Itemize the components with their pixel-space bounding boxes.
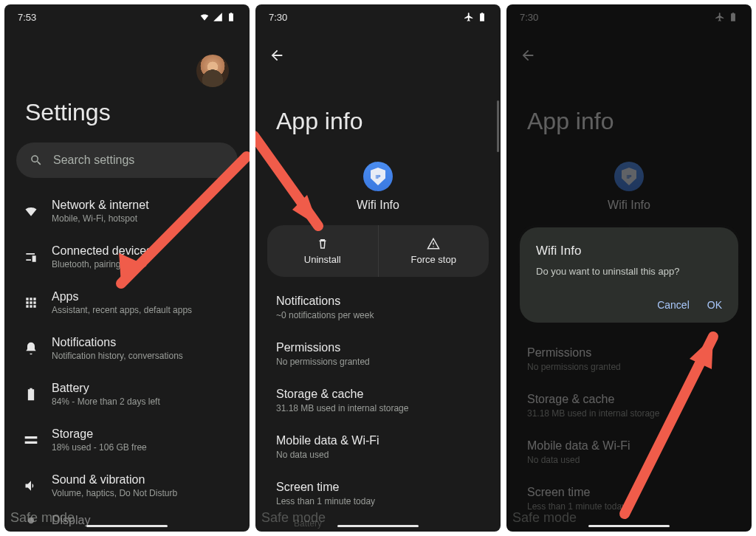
clock: 7:53 — [18, 12, 36, 23]
settings-list: Network & internetMobile, Wi-Fi, hotspot… — [4, 188, 250, 528]
uninstall-dialog: Wifi Info Do you want to uninstall this … — [520, 227, 738, 323]
battery-icon — [226, 12, 236, 22]
phone-app-info: 7:30 App info IP Wifi Info Uninstall For… — [255, 4, 501, 532]
status-bar: 7:30 — [506, 4, 752, 25]
row-notifications[interactable]: Notifications~0 notifications per week — [255, 284, 501, 331]
search-settings[interactable]: Search settings — [16, 142, 238, 178]
airplane-icon — [464, 12, 474, 22]
row-network[interactable]: Network & internetMobile, Wi-Fi, hotspot — [10, 188, 244, 234]
action-buttons: Uninstall Force stop — [267, 225, 489, 277]
row-mobile-data: Mobile data & Wi-FiNo data used — [506, 429, 752, 475]
app-header: IP Wifi Info — [255, 162, 501, 212]
safe-mode-label: Safe mode — [512, 510, 577, 526]
row-mobile-data[interactable]: Mobile data & Wi-FiNo data used — [255, 424, 501, 470]
app-detail-list: PermissionsNo permissions granted Storag… — [506, 329, 752, 522]
apps-icon — [24, 295, 38, 310]
row-battery[interactable]: Battery84% - More than 2 days left — [10, 371, 244, 417]
row-storage[interactable]: Storage18% used - 106 GB free — [10, 417, 244, 463]
row-connected-devices[interactable]: Connected devicesBluetooth, pairing — [10, 234, 244, 280]
storage-icon — [24, 433, 38, 447]
trash-icon — [316, 237, 329, 250]
shield-icon: IP — [622, 168, 636, 185]
status-bar: 7:53 — [4, 4, 250, 25]
arrow-back-icon — [269, 47, 285, 63]
airplane-icon — [715, 12, 725, 22]
safe-mode-label: Safe mode — [10, 510, 75, 526]
row-permissions: PermissionsNo permissions granted — [506, 336, 752, 382]
battery-icon — [728, 12, 738, 22]
status-bar: 7:30 — [255, 4, 501, 25]
dialog-title: Wifi Info — [536, 244, 722, 258]
bell-icon — [24, 341, 38, 356]
back-button — [506, 25, 752, 66]
gesture-bar[interactable] — [588, 525, 670, 527]
app-header: IP Wifi Info — [506, 162, 752, 212]
app-detail-list: Notifications~0 notifications per week P… — [255, 277, 501, 517]
app-name: Wifi Info — [608, 199, 650, 212]
speaker-icon — [24, 478, 38, 493]
profile-avatar[interactable] — [196, 55, 229, 87]
clock: 7:30 — [520, 12, 538, 23]
row-storage[interactable]: Storage & cache31.18 MB used in internal… — [255, 377, 501, 424]
page-title: App info — [506, 108, 752, 135]
app-icon: IP — [363, 162, 393, 191]
gesture-bar[interactable] — [337, 525, 419, 527]
battery-icon — [477, 12, 487, 22]
scrollbar-thumb[interactable] — [497, 100, 499, 152]
dialog-ok-button[interactable]: OK — [707, 299, 722, 311]
gesture-bar[interactable] — [86, 525, 168, 527]
row-permissions[interactable]: PermissionsNo permissions granted — [255, 331, 501, 377]
wifi-icon — [199, 12, 210, 22]
phone-uninstall-dialog: 7:30 App info IP Wifi Info Permi — [506, 4, 752, 532]
wifi-icon — [24, 204, 38, 219]
row-apps[interactable]: AppsAssistant, recent apps, default apps — [10, 280, 244, 326]
row-notifications[interactable]: NotificationsNotification history, conve… — [10, 326, 244, 371]
dialog-message: Do you want to uninstall this app? — [536, 266, 722, 277]
search-icon — [30, 154, 43, 167]
row-storage: Storage & cache31.18 MB used in internal… — [506, 382, 752, 429]
shield-icon: IP — [371, 168, 385, 185]
phone-settings: 7:53 Settings Search settings Network & … — [4, 4, 250, 532]
signal-icon — [213, 12, 223, 22]
app-icon: IP — [614, 162, 644, 191]
dialog-cancel-button[interactable]: Cancel — [657, 299, 690, 311]
uninstall-button[interactable]: Uninstall — [267, 225, 378, 277]
battery-cut: Battery — [294, 518, 322, 529]
row-sound[interactable]: Sound & vibrationVolume, haptics, Do Not… — [10, 463, 244, 509]
arrow-back-icon — [520, 47, 536, 63]
battery-icon — [24, 387, 38, 402]
page-title: App info — [255, 108, 501, 135]
clock: 7:30 — [269, 12, 287, 23]
app-name: Wifi Info — [357, 199, 399, 212]
search-placeholder: Search settings — [53, 154, 134, 167]
warning-icon — [427, 237, 440, 250]
devices-icon — [24, 250, 38, 264]
page-title: Settings — [4, 99, 250, 126]
back-button[interactable] — [255, 25, 501, 66]
force-stop-button[interactable]: Force stop — [378, 225, 489, 277]
